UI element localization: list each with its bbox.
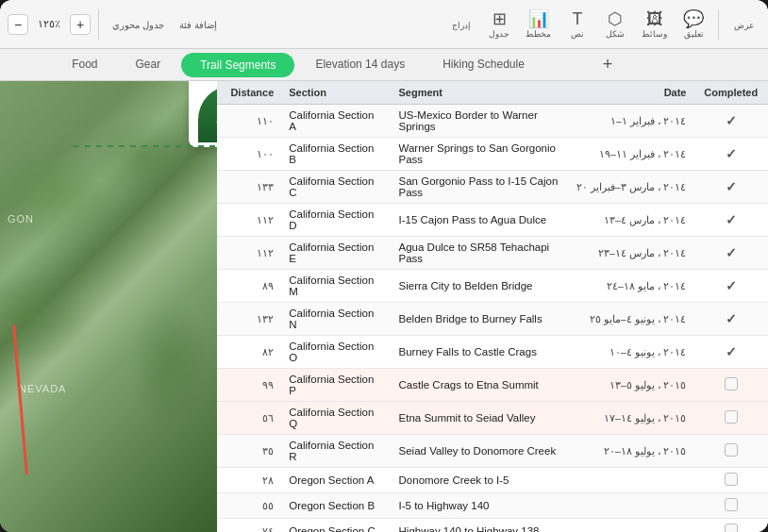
- cell-completed[interactable]: ✓: [693, 336, 768, 369]
- checkbox-icon[interactable]: [725, 377, 738, 391]
- add-tab-button[interactable]: +: [596, 54, 619, 76]
- cell-section: California Section B: [281, 138, 391, 171]
- checkbox-icon[interactable]: [725, 524, 738, 532]
- cell-completed[interactable]: [693, 369, 768, 402]
- tab-hiking-schedule[interactable]: Hiking Schedule: [424, 49, 543, 81]
- tab-gear[interactable]: Gear: [116, 49, 179, 81]
- tab-bar-inner: Food Gear Trail Segments Elevation 14 da…: [0, 49, 596, 80]
- table-row: ١١٢California Section EAgua Dulce to SR5…: [217, 237, 768, 270]
- cell-segment: Castle Crags to Etna Summit: [392, 369, 569, 402]
- zoom-in-button[interactable]: +: [70, 14, 91, 35]
- checkmark-icon: ✓: [726, 212, 737, 227]
- col-header-date: Date: [569, 81, 694, 105]
- checkmark-icon: ✓: [726, 245, 737, 260]
- toolbar-divider-1: [718, 9, 719, 40]
- checkbox-icon[interactable]: [725, 473, 738, 486]
- cell-distance: ١٣٢: [217, 303, 281, 336]
- checkbox-icon[interactable]: [725, 410, 738, 424]
- cell-section: Oregon Section A: [281, 468, 391, 493]
- table-row: ٥٦California Section QEtna Summit to Sei…: [217, 402, 768, 435]
- map-terrain-overlay: [0, 81, 217, 532]
- logo-overlay: ⛰ TRAILS: [189, 81, 217, 147]
- tab-bar: Food Gear Trail Segments Elevation 14 da…: [0, 49, 768, 81]
- checkmark-icon: ✓: [726, 344, 737, 359]
- tab-elevation[interactable]: Elevation 14 days: [296, 49, 424, 81]
- cell-date: ٢٠١٤ ، يونيو ٤–مايو ٢٥: [569, 303, 694, 336]
- cell-distance: ١١٢: [217, 237, 281, 270]
- checkbox-icon[interactable]: [725, 498, 738, 511]
- table-icon: ⊞: [493, 10, 507, 27]
- cell-date: ٢٠١٤ ، فبراير ١١–١٩: [569, 138, 694, 171]
- view-button[interactable]: عرض: [726, 15, 760, 34]
- col-header-section: Section: [281, 81, 391, 105]
- insert-button[interactable]: إدراج: [444, 15, 478, 34]
- cell-section: California Section A: [281, 105, 391, 138]
- cell-completed[interactable]: [693, 493, 768, 519]
- col-header-completed: Completed: [693, 81, 768, 105]
- cell-completed[interactable]: ✓: [693, 204, 768, 237]
- cell-segment: Highway 140 to Highway 138: [392, 519, 569, 533]
- tablet-frame: عرض 💬 تعليق 🖼 وسائط ⬡ شكل T نص 📊 مخطط: [0, 0, 768, 532]
- zoom-out-button[interactable]: −: [8, 14, 28, 35]
- pivot-table-button[interactable]: إضافة فئة: [174, 14, 223, 34]
- cell-completed[interactable]: ✓: [693, 105, 768, 138]
- table-row: ٢٨Oregon Section ADonomore Creek to I-5: [217, 468, 768, 493]
- cell-section: California Section O: [281, 336, 391, 369]
- cell-segment: Sierra City to Belden Bridge: [392, 270, 569, 303]
- cell-completed[interactable]: ✓: [693, 270, 768, 303]
- cell-date: ٢٠١٤ ، يونيو ٤–١٠: [569, 336, 694, 369]
- cell-segment: I-5 to Highway 140: [392, 493, 569, 519]
- tab-food[interactable]: Food: [53, 49, 116, 81]
- cell-completed[interactable]: [693, 468, 768, 493]
- cell-segment: Warner Springs to San Gorgonio Pass: [392, 138, 569, 171]
- table-row: ٣٥California Section RSeiad Valley to Do…: [217, 435, 768, 468]
- cell-segment: I-15 Cajon Pass to Agua Dulce: [392, 204, 569, 237]
- cell-completed[interactable]: ✓: [693, 171, 768, 204]
- toolbar-left: − ١٢٥٪ + جدول محوري إضافة فئة: [8, 9, 223, 40]
- main-content: GON NEVADA ⛰ TRAILS Dis: [0, 81, 768, 532]
- cell-completed[interactable]: ✓: [693, 237, 768, 270]
- cell-distance: ٣٥: [217, 435, 281, 468]
- tab-trail-segments[interactable]: Trail Segments: [181, 53, 294, 77]
- toolbar-right: عرض 💬 تعليق 🖼 وسائط ⬡ شكل T نص 📊 مخطط: [444, 7, 760, 42]
- table-wrapper[interactable]: Distance Section Segment Date Completed …: [217, 81, 768, 532]
- table-row: ١٣٢California Section NBelden Bridge to …: [217, 303, 768, 336]
- cell-completed[interactable]: [693, 519, 768, 533]
- add-table-button[interactable]: جدول محوري: [107, 14, 170, 34]
- col-header-distance: Distance: [217, 81, 281, 105]
- cell-date: ٢٠١٥ ، يوليو ١٨–٢٠: [569, 435, 694, 468]
- cell-completed[interactable]: [693, 402, 768, 435]
- table-button[interactable]: ⊞ جدول: [482, 7, 516, 42]
- media-button[interactable]: 🖼 وسائط: [636, 7, 673, 42]
- comment-button[interactable]: 💬 تعليق: [676, 7, 710, 42]
- cell-segment: Seiad Valley to Donomore Creek: [392, 435, 569, 468]
- cell-date: ٢٠١٥ ، يوليو ٥–١٣: [569, 369, 694, 402]
- table-row: ١١٠California Section AUS-Mexico Border …: [217, 105, 768, 138]
- cell-section: California Section M: [281, 270, 391, 303]
- cell-date: ٢٠١٤ ، مارس ١٤–٢٣: [569, 237, 694, 270]
- logo-trails-text: TRAILS: [216, 121, 217, 127]
- cell-date: ٢٠١٤ ، فبراير ١–١: [569, 105, 694, 138]
- text-button[interactable]: T نص: [560, 7, 594, 42]
- cell-section: California Section R: [281, 435, 391, 468]
- cell-completed[interactable]: ✓: [693, 138, 768, 171]
- shape-icon: ⬡: [608, 10, 623, 27]
- cell-distance: ٢٨: [217, 468, 281, 493]
- chart-button[interactable]: 📊 مخطط: [520, 7, 557, 42]
- cell-distance: ٨٢: [217, 336, 281, 369]
- map-area: GON NEVADA ⛰ TRAILS: [0, 81, 217, 532]
- logo-dot-line: [74, 145, 215, 147]
- cell-completed[interactable]: ✓: [693, 303, 768, 336]
- shape-button[interactable]: ⬡ شكل: [598, 7, 632, 42]
- cell-section: California Section N: [281, 303, 391, 336]
- table-row: ٧٤Oregon Section CHighway 140 to Highway…: [217, 519, 768, 533]
- cell-completed[interactable]: [693, 435, 768, 468]
- map-background: GON NEVADA ⛰ TRAILS: [0, 81, 217, 532]
- comment-icon: 💬: [683, 10, 704, 27]
- cell-date: [569, 519, 694, 533]
- cell-distance: ٥٥: [217, 493, 281, 519]
- checkbox-icon[interactable]: [725, 443, 738, 457]
- cell-segment: Burney Falls to Castle Crags: [392, 336, 569, 369]
- cell-section: California Section C: [281, 171, 391, 204]
- cell-section: California Section P: [281, 369, 391, 402]
